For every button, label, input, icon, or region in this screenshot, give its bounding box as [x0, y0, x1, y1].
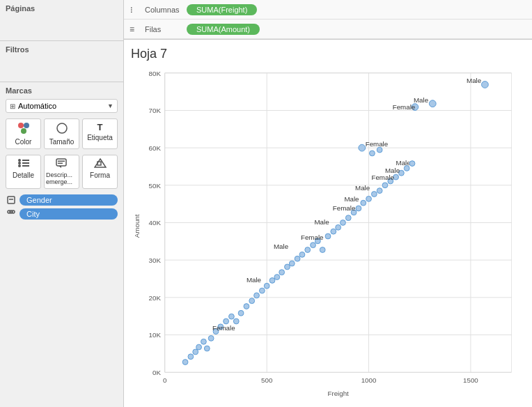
data-point	[371, 192, 377, 197]
left-panel: Páginas Filtros Marcas ⊞ Automático ▼ Co…	[0, 0, 124, 407]
data-point	[341, 220, 346, 226]
data-label: Male	[396, 159, 411, 167]
filtros-content	[6, 56, 118, 77]
data-point	[188, 354, 194, 360]
gender-pill[interactable]: Gender	[19, 194, 118, 206]
svg-point-20	[12, 210, 15, 213]
data-label: Female	[393, 103, 416, 111]
marks-buttons-row1: Color Tamaño T Etiqueta	[6, 118, 118, 149]
svg-point-0	[18, 123, 24, 128]
chevron-down-icon: ▼	[107, 102, 114, 109]
scatter-plot: .grid-line { stroke: #e0e0e0; stroke-wid…	[131, 68, 525, 404]
data-point	[249, 298, 255, 304]
data-label: Male	[414, 96, 428, 104]
columnas-pill[interactable]: SUMA(Freight)	[187, 4, 257, 15]
marks-type-dropdown[interactable]: ⊞ Automático ▼	[6, 99, 118, 113]
data-point	[356, 206, 361, 211]
data-point	[325, 233, 331, 239]
data-point	[361, 200, 366, 206]
svg-text:0K: 0K	[152, 369, 161, 376]
data-point	[359, 144, 366, 151]
svg-text:1000: 1000	[361, 376, 377, 384]
paginas-section: Páginas	[0, 0, 123, 41]
data-point	[254, 293, 260, 298]
city-pill-row: City	[6, 208, 118, 220]
data-point	[259, 288, 265, 293]
shape-icon	[94, 158, 107, 170]
data-point	[404, 166, 409, 171]
size-icon	[56, 122, 68, 137]
filas-pill[interactable]: SUMA(Amount)	[187, 24, 260, 35]
chart-container: .grid-line { stroke: #e0e0e0; stroke-wid…	[131, 68, 525, 404]
svg-text:60K: 60K	[149, 144, 162, 152]
size-button[interactable]: Tamaño	[44, 118, 79, 149]
data-label: Male	[274, 243, 288, 250]
svg-marker-14	[95, 159, 106, 167]
svg-rect-12	[58, 161, 65, 162]
data-point	[193, 349, 198, 355]
shelves: ⫶ Columnas SUMA(Freight) ≡ Filas SUMA(Am…	[124, 0, 532, 40]
color-button[interactable]: Color	[6, 118, 41, 149]
columnas-label: Columnas	[145, 6, 187, 14]
data-point	[409, 161, 415, 167]
x-axis-label: Freight	[327, 390, 349, 397]
label-label: Etiqueta	[87, 134, 113, 141]
data-point	[238, 310, 244, 316]
label-icon: T	[97, 122, 103, 132]
detail-button[interactable]: Detalle	[6, 155, 41, 189]
data-point	[279, 270, 285, 275]
data-point	[264, 283, 269, 289]
svg-rect-7	[22, 160, 29, 161]
data-point	[299, 252, 305, 257]
svg-text:70K: 70K	[149, 107, 162, 114]
color-label: Color	[15, 138, 32, 146]
color-icon	[17, 122, 30, 137]
svg-point-1	[24, 123, 29, 128]
data-point	[208, 335, 214, 341]
shape-button[interactable]: Forma	[82, 155, 118, 189]
marcas-title: Marcas	[6, 86, 118, 95]
filtros-title: Filtros	[6, 45, 118, 54]
data-point	[269, 278, 275, 284]
data-point	[331, 229, 336, 234]
data-label: Female	[301, 233, 324, 241]
shape-label: Forma	[90, 171, 110, 179]
data-point	[201, 339, 207, 344]
svg-point-6	[18, 164, 21, 167]
chart-title: Hoja 7	[131, 47, 525, 61]
svg-text:20K: 20K	[149, 294, 162, 302]
label-button[interactable]: T Etiqueta	[82, 118, 118, 149]
data-label: Male	[467, 77, 481, 84]
svg-rect-16	[8, 197, 15, 204]
svg-rect-9	[22, 165, 29, 167]
svg-point-3	[57, 123, 67, 133]
svg-text:80K: 80K	[149, 70, 162, 77]
svg-text:40K: 40K	[149, 219, 162, 226]
marks-type-label: Automático	[18, 102, 107, 110]
svg-rect-15	[97, 162, 101, 165]
city-pill[interactable]: City	[19, 208, 118, 220]
paginas-title: Páginas	[6, 4, 118, 13]
marks-buttons-row2: Detalle Descrip... emerge... Forma	[6, 155, 118, 189]
data-label: Male	[385, 167, 400, 174]
svg-text:1500: 1500	[463, 376, 478, 384]
data-point	[305, 247, 311, 253]
data-label: Male	[247, 276, 261, 284]
data-label: Female	[333, 204, 356, 212]
svg-marker-11	[58, 166, 61, 168]
filtros-section: Filtros	[0, 41, 123, 82]
paginas-content	[6, 15, 118, 36]
data-point	[377, 188, 382, 194]
data-point	[370, 151, 375, 156]
size-label: Tamaño	[49, 138, 75, 146]
detail-icon	[17, 158, 30, 170]
filas-label: Filas	[145, 25, 187, 33]
tooltip-button[interactable]: Descrip... emerge...	[44, 155, 79, 189]
data-point	[285, 264, 290, 270]
pills-section: Gender City	[6, 194, 118, 220]
data-point	[320, 247, 325, 253]
svg-point-4	[18, 159, 21, 162]
data-label: Female	[366, 140, 389, 148]
svg-text:30K: 30K	[149, 256, 162, 264]
gender-pill-icon	[6, 194, 17, 206]
